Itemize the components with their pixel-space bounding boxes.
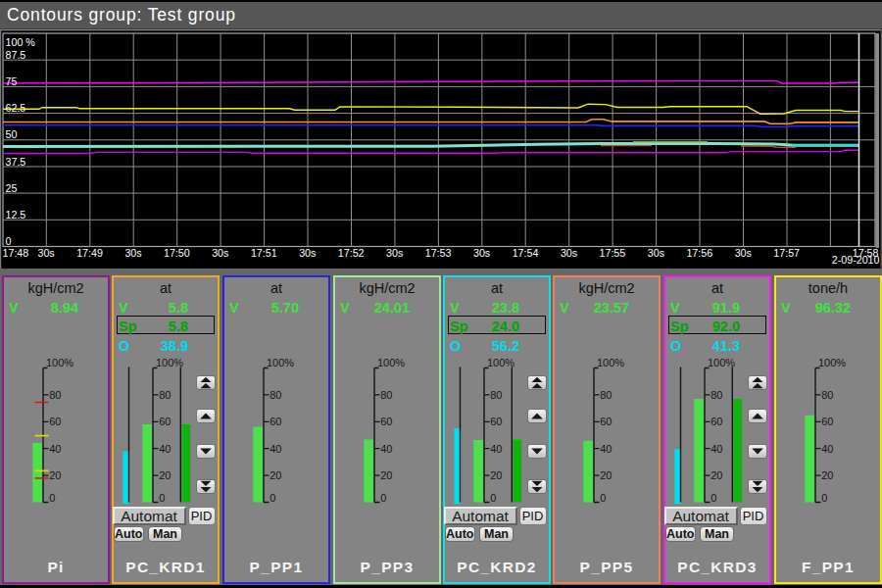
svg-text:60: 60 [159, 416, 171, 427]
svg-text:100%: 100% [267, 357, 294, 368]
svg-text:12.5: 12.5 [6, 209, 26, 220]
svg-text:25: 25 [6, 182, 18, 194]
svg-text:17:53: 17:53 [425, 247, 452, 259]
svg-text:40: 40 [49, 443, 61, 455]
svg-text:0: 0 [490, 492, 496, 504]
svg-text:20: 20 [821, 469, 833, 481]
svg-text:17:51: 17:51 [251, 247, 277, 259]
svg-text:20: 20 [490, 469, 502, 481]
svg-text:80: 80 [710, 389, 722, 401]
svg-text:0: 0 [270, 492, 275, 504]
svg-text:20: 20 [49, 469, 61, 481]
svg-text:62.5: 62.5 [6, 102, 26, 114]
svg-text:17:49: 17:49 [76, 247, 103, 259]
svg-text:87.5: 87.5 [6, 49, 26, 61]
svg-text:30s: 30s [299, 247, 316, 259]
svg-text:100%: 100% [818, 357, 846, 368]
svg-text:30s: 30s [37, 247, 54, 259]
svg-text:60: 60 [490, 416, 502, 427]
svg-text:100%: 100% [377, 357, 405, 368]
svg-text:50: 50 [6, 128, 18, 140]
svg-text:100%: 100% [487, 357, 514, 368]
svg-text:100%: 100% [597, 357, 624, 368]
svg-text:37.5: 37.5 [6, 156, 26, 168]
svg-text:17:48: 17:48 [3, 247, 29, 259]
svg-text:20: 20 [270, 469, 281, 481]
svg-text:0: 0 [600, 492, 606, 504]
svg-text:80: 80 [270, 389, 281, 401]
svg-text:20: 20 [600, 469, 612, 481]
svg-text:0: 0 [49, 492, 55, 504]
svg-text:60: 60 [710, 416, 722, 427]
svg-text:30s: 30s [124, 247, 141, 259]
svg-text:30s: 30s [561, 247, 577, 259]
svg-text:0: 0 [710, 492, 716, 504]
svg-text:30s: 30s [212, 247, 228, 259]
svg-text:100%: 100% [46, 357, 74, 368]
svg-text:17:54: 17:54 [513, 247, 539, 259]
svg-text:60: 60 [49, 416, 61, 427]
svg-text:60: 60 [600, 416, 612, 427]
svg-text:60: 60 [380, 416, 392, 427]
svg-text:40: 40 [270, 443, 281, 455]
svg-text:30s: 30s [473, 247, 490, 259]
svg-text:20: 20 [710, 469, 722, 481]
svg-text:20: 20 [380, 469, 392, 481]
svg-text:30s: 30s [735, 247, 752, 259]
svg-text:20: 20 [159, 469, 171, 481]
svg-text:100%: 100% [156, 357, 183, 368]
svg-text:60: 60 [821, 416, 833, 427]
svg-text:17:52: 17:52 [338, 247, 365, 259]
svg-text:17:55: 17:55 [600, 247, 626, 259]
svg-text:17:57: 17:57 [773, 247, 800, 259]
svg-text:30s: 30s [648, 247, 664, 259]
svg-text:40: 40 [380, 443, 392, 455]
svg-text:40: 40 [600, 443, 612, 455]
svg-text:0: 0 [380, 492, 386, 504]
svg-text:17:56: 17:56 [686, 247, 712, 259]
svg-text:30s: 30s [386, 247, 403, 259]
svg-text:80: 80 [821, 389, 833, 401]
svg-text:2-09-2010: 2-09-2010 [832, 254, 880, 266]
svg-text:80: 80 [49, 389, 61, 401]
svg-text:100 %: 100 % [6, 36, 36, 48]
svg-text:40: 40 [821, 443, 833, 455]
svg-text:40: 40 [159, 443, 171, 455]
svg-text:60: 60 [270, 416, 281, 427]
svg-text:80: 80 [490, 389, 502, 401]
svg-text:17:50: 17:50 [164, 247, 190, 259]
svg-text:0: 0 [821, 492, 827, 504]
svg-text:0: 0 [159, 492, 165, 504]
svg-text:80: 80 [159, 389, 171, 401]
svg-text:0: 0 [6, 235, 12, 247]
svg-text:80: 80 [600, 389, 612, 401]
svg-text:40: 40 [490, 443, 502, 455]
svg-text:80: 80 [380, 389, 392, 401]
svg-text:75: 75 [6, 75, 18, 87]
svg-text:40: 40 [710, 443, 722, 455]
svg-text:100%: 100% [708, 357, 735, 368]
